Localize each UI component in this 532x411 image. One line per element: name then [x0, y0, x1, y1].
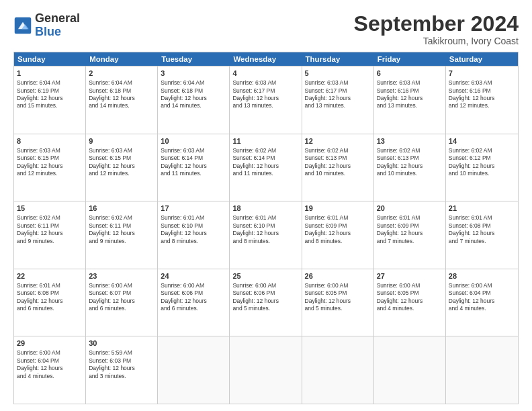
calendar-body: 1Sunrise: 6:04 AMSunset: 6:19 PMDaylight… [14, 66, 518, 404]
calendar-cell: 21Sunrise: 6:01 AMSunset: 6:08 PMDayligh… [446, 201, 518, 269]
day-info-line: Daylight: 12 hours [17, 95, 83, 102]
day-info-line: Sunset: 6:08 PM [449, 222, 515, 230]
day-info-line: Sunset: 6:16 PM [377, 87, 443, 95]
day-number: 5 [305, 68, 371, 79]
day-info-line: Daylight: 12 hours [449, 298, 515, 305]
day-info-line: Sunset: 6:08 PM [17, 289, 83, 297]
day-info-line: Sunrise: 6:03 AM [449, 79, 515, 87]
calendar-cell: 8Sunrise: 6:03 AMSunset: 6:15 PMDaylight… [14, 134, 86, 201]
day-number: 8 [17, 136, 83, 146]
day-info-line: Sunset: 6:19 PM [17, 87, 83, 95]
day-info-line: Daylight: 12 hours [89, 163, 154, 170]
day-info-line: Daylight: 12 hours [17, 298, 83, 305]
day-info-line: Sunset: 6:07 PM [89, 289, 154, 297]
logo-text: General Blue [35, 12, 80, 39]
logo-blue: Blue [35, 25, 61, 38]
day-info-line: and 4 minutes. [449, 305, 515, 312]
calendar-cell: 1Sunrise: 6:04 AMSunset: 6:19 PMDaylight… [14, 66, 86, 134]
day-info-line: Daylight: 12 hours [17, 365, 83, 372]
day-info-line: Sunrise: 6:01 AM [161, 214, 226, 222]
day-header-monday: Monday [86, 52, 158, 66]
logo: General Blue [13, 12, 80, 39]
day-info-line: Sunset: 6:06 PM [232, 289, 298, 297]
day-info-line: Daylight: 12 hours [232, 163, 298, 170]
calendar-cell: 4Sunrise: 6:03 AMSunset: 6:17 PMDaylight… [230, 66, 302, 134]
calendar-cell: 14Sunrise: 6:02 AMSunset: 6:12 PMDayligh… [446, 134, 518, 201]
day-info-line: and 6 minutes. [89, 305, 154, 312]
day-info-line: Sunset: 6:14 PM [232, 154, 298, 162]
calendar-cell: 12Sunrise: 6:02 AMSunset: 6:13 PMDayligh… [302, 134, 374, 201]
day-header-friday: Friday [374, 52, 446, 66]
day-info-line: Sunrise: 6:03 AM [17, 147, 83, 154]
month-title: September 2024 [354, 12, 519, 36]
day-info-line: Sunrise: 6:03 AM [161, 147, 226, 154]
day-info-line: Sunrise: 6:00 AM [449, 282, 515, 289]
day-info-line: Sunrise: 6:01 AM [449, 214, 515, 222]
day-info-line: Sunrise: 6:00 AM [305, 282, 371, 289]
day-info-line: Sunset: 6:12 PM [449, 154, 515, 162]
day-number: 16 [89, 203, 154, 214]
calendar-cell: 28Sunrise: 6:00 AMSunset: 6:04 PMDayligh… [446, 269, 518, 336]
day-info-line: and 12 minutes. [17, 170, 83, 177]
day-number: 22 [17, 271, 83, 281]
day-header-tuesday: Tuesday [158, 52, 230, 66]
day-info-line: Sunrise: 6:02 AM [89, 214, 154, 222]
day-number: 25 [232, 271, 298, 281]
day-info-line: Sunrise: 6:00 AM [232, 282, 298, 289]
calendar-cell: 27Sunrise: 6:00 AMSunset: 6:05 PMDayligh… [374, 269, 446, 336]
day-info-line: Daylight: 12 hours [305, 95, 371, 102]
day-info-line: Daylight: 12 hours [449, 230, 515, 237]
day-number: 13 [377, 136, 443, 146]
day-number: 11 [232, 136, 298, 146]
day-info-line: Sunrise: 6:01 AM [232, 214, 298, 222]
day-info-line: and 12 minutes. [89, 170, 154, 177]
day-info-line: Sunset: 6:15 PM [89, 154, 154, 162]
day-info-line: and 4 minutes. [17, 373, 83, 380]
calendar-cell: 22Sunrise: 6:01 AMSunset: 6:08 PMDayligh… [14, 269, 86, 336]
day-info-line: Daylight: 12 hours [89, 95, 154, 102]
day-info-line: and 4 minutes. [377, 305, 443, 312]
calendar-cell: 19Sunrise: 6:01 AMSunset: 6:09 PMDayligh… [302, 201, 374, 269]
day-info-line: and 12 minutes. [449, 102, 515, 109]
day-info-line: Sunrise: 6:02 AM [377, 147, 443, 154]
day-info-line: Sunset: 6:04 PM [17, 357, 83, 365]
calendar-cell: 6Sunrise: 6:03 AMSunset: 6:16 PMDaylight… [374, 66, 446, 134]
calendar-cell: 17Sunrise: 6:01 AMSunset: 6:10 PMDayligh… [158, 201, 230, 269]
day-info-line: Sunrise: 6:03 AM [377, 79, 443, 87]
day-info-line: Daylight: 12 hours [305, 298, 371, 305]
day-number: 30 [89, 338, 154, 349]
day-info-line: Sunrise: 6:01 AM [377, 214, 443, 222]
day-info-line: and 8 minutes. [305, 238, 371, 245]
day-info-line: Sunrise: 6:02 AM [232, 147, 298, 154]
day-info-line: and 11 minutes. [232, 170, 298, 177]
day-info-line: and 9 minutes. [89, 238, 154, 245]
day-info-line: and 11 minutes. [161, 170, 226, 177]
day-info-line: Sunrise: 5:59 AM [89, 349, 154, 357]
calendar-cell: 7Sunrise: 6:03 AMSunset: 6:16 PMDaylight… [446, 66, 518, 134]
calendar-cell: 2Sunrise: 6:04 AMSunset: 6:18 PMDaylight… [86, 66, 158, 134]
day-number: 6 [377, 68, 443, 79]
day-info-line: Sunrise: 6:01 AM [17, 282, 83, 289]
day-info-line: Sunset: 6:18 PM [161, 87, 226, 95]
day-info-line: Sunset: 6:10 PM [232, 222, 298, 230]
day-info-line: Sunset: 6:04 PM [449, 289, 515, 297]
day-info-line: Daylight: 12 hours [89, 365, 154, 372]
day-number: 9 [89, 136, 154, 146]
day-header-wednesday: Wednesday [230, 52, 302, 66]
day-info-line: Sunset: 6:14 PM [161, 154, 226, 162]
day-number: 20 [377, 203, 443, 214]
day-info-line: and 14 minutes. [89, 102, 154, 109]
day-number: 18 [232, 203, 298, 214]
day-info-line: Daylight: 12 hours [305, 163, 371, 170]
day-info-line: Sunrise: 6:02 AM [305, 147, 371, 154]
page: General Blue September 2024 Takikroum, I… [0, 0, 532, 411]
day-number: 17 [161, 203, 226, 214]
day-info-line: Daylight: 12 hours [377, 163, 443, 170]
day-info-line: Daylight: 12 hours [377, 230, 443, 237]
calendar-cell: 9Sunrise: 6:03 AMSunset: 6:15 PMDaylight… [86, 134, 158, 201]
day-number: 27 [377, 271, 443, 281]
calendar-cell: 10Sunrise: 6:03 AMSunset: 6:14 PMDayligh… [158, 134, 230, 201]
calendar-cell: 30Sunrise: 5:59 AMSunset: 6:03 PMDayligh… [86, 336, 158, 404]
day-header-sunday: Sunday [14, 52, 86, 66]
day-info-line: Daylight: 12 hours [305, 230, 371, 237]
